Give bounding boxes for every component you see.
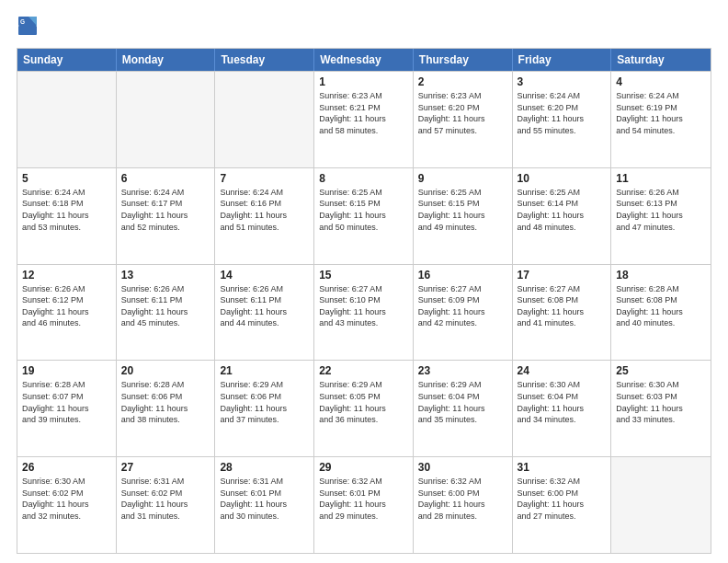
calendar-cell: 22Sunrise: 6:29 AM Sunset: 6:05 PM Dayli…: [314, 361, 414, 456]
day-number: 19: [22, 364, 111, 377]
calendar-cell: 11Sunrise: 6:26 AM Sunset: 6:13 PM Dayli…: [611, 168, 711, 264]
calendar: SundayMondayTuesdayWednesdayThursdayFrid…: [17, 48, 711, 554]
calendar-cell: 7Sunrise: 6:24 AM Sunset: 6:16 PM Daylig…: [215, 168, 314, 264]
weekday-header: Tuesday: [215, 49, 314, 71]
calendar-cell: 19Sunrise: 6:28 AM Sunset: 6:07 PM Dayli…: [17, 361, 117, 456]
day-number: 13: [121, 269, 210, 282]
calendar-cell: 1Sunrise: 6:23 AM Sunset: 6:21 PM Daylig…: [314, 72, 414, 167]
weekday-header: Friday: [513, 49, 612, 71]
day-number: 1: [319, 75, 408, 88]
day-info: Sunrise: 6:28 AM Sunset: 6:08 PM Dayligh…: [616, 283, 706, 329]
day-number: 14: [220, 269, 309, 282]
day-number: 5: [22, 172, 111, 185]
logo: G: [17, 17, 40, 39]
day-info: Sunrise: 6:30 AM Sunset: 6:02 PM Dayligh…: [22, 476, 111, 522]
calendar-row: 26Sunrise: 6:30 AM Sunset: 6:02 PM Dayli…: [17, 456, 711, 553]
calendar-row: 1Sunrise: 6:23 AM Sunset: 6:21 PM Daylig…: [17, 71, 711, 167]
svg-rect-3: [18, 26, 37, 35]
day-info: Sunrise: 6:24 AM Sunset: 6:16 PM Dayligh…: [220, 187, 309, 233]
calendar-row: 5Sunrise: 6:24 AM Sunset: 6:18 PM Daylig…: [17, 167, 711, 264]
day-info: Sunrise: 6:24 AM Sunset: 6:19 PM Dayligh…: [616, 90, 706, 136]
day-info: Sunrise: 6:23 AM Sunset: 6:20 PM Dayligh…: [418, 90, 507, 136]
calendar-row: 19Sunrise: 6:28 AM Sunset: 6:07 PM Dayli…: [17, 360, 711, 456]
day-info: Sunrise: 6:27 AM Sunset: 6:08 PM Dayligh…: [518, 283, 607, 329]
weekday-header: Monday: [117, 49, 216, 71]
day-info: Sunrise: 6:28 AM Sunset: 6:07 PM Dayligh…: [22, 379, 111, 425]
day-info: Sunrise: 6:25 AM Sunset: 6:15 PM Dayligh…: [418, 187, 507, 233]
calendar-cell: 4Sunrise: 6:24 AM Sunset: 6:19 PM Daylig…: [611, 72, 711, 167]
day-number: 2: [418, 75, 507, 88]
calendar-cell: 2Sunrise: 6:23 AM Sunset: 6:20 PM Daylig…: [414, 72, 513, 167]
calendar-cell: [117, 72, 216, 167]
calendar-cell: [215, 72, 314, 167]
calendar-cell: 12Sunrise: 6:26 AM Sunset: 6:12 PM Dayli…: [17, 265, 117, 361]
weekday-header: Wednesday: [314, 49, 414, 71]
calendar-header: SundayMondayTuesdayWednesdayThursdayFrid…: [17, 49, 711, 71]
day-number: 9: [418, 172, 507, 185]
day-info: Sunrise: 6:26 AM Sunset: 6:11 PM Dayligh…: [121, 283, 210, 329]
calendar-cell: 13Sunrise: 6:26 AM Sunset: 6:11 PM Dayli…: [117, 265, 216, 361]
day-info: Sunrise: 6:26 AM Sunset: 6:12 PM Dayligh…: [22, 283, 111, 329]
day-info: Sunrise: 6:26 AM Sunset: 6:11 PM Dayligh…: [220, 283, 309, 329]
calendar-cell: 10Sunrise: 6:25 AM Sunset: 6:14 PM Dayli…: [513, 168, 612, 264]
day-number: 6: [121, 172, 210, 185]
day-number: 29: [319, 461, 408, 474]
day-number: 15: [319, 269, 408, 282]
day-info: Sunrise: 6:25 AM Sunset: 6:14 PM Dayligh…: [518, 187, 607, 233]
day-number: 10: [518, 172, 607, 185]
day-number: 11: [616, 172, 706, 185]
day-info: Sunrise: 6:30 AM Sunset: 6:04 PM Dayligh…: [518, 379, 607, 425]
calendar-cell: 26Sunrise: 6:30 AM Sunset: 6:02 PM Dayli…: [17, 457, 117, 553]
calendar-cell: 17Sunrise: 6:27 AM Sunset: 6:08 PM Dayli…: [513, 265, 612, 361]
day-info: Sunrise: 6:29 AM Sunset: 6:04 PM Dayligh…: [418, 379, 507, 425]
day-number: 16: [418, 269, 507, 282]
calendar-cell: 6Sunrise: 6:24 AM Sunset: 6:17 PM Daylig…: [117, 168, 216, 264]
calendar-cell: 21Sunrise: 6:29 AM Sunset: 6:06 PM Dayli…: [215, 361, 314, 456]
calendar-cell: 27Sunrise: 6:31 AM Sunset: 6:02 PM Dayli…: [117, 457, 216, 553]
day-info: Sunrise: 6:24 AM Sunset: 6:17 PM Dayligh…: [121, 187, 210, 233]
calendar-cell: 18Sunrise: 6:28 AM Sunset: 6:08 PM Dayli…: [611, 265, 711, 361]
day-number: 17: [518, 269, 607, 282]
day-number: 31: [518, 461, 607, 474]
calendar-row: 12Sunrise: 6:26 AM Sunset: 6:12 PM Dayli…: [17, 264, 711, 361]
calendar-cell: 5Sunrise: 6:24 AM Sunset: 6:18 PM Daylig…: [17, 168, 117, 264]
day-number: 23: [418, 364, 507, 377]
day-info: Sunrise: 6:30 AM Sunset: 6:03 PM Dayligh…: [616, 379, 706, 425]
day-info: Sunrise: 6:31 AM Sunset: 6:01 PM Dayligh…: [220, 476, 309, 522]
day-number: 26: [22, 461, 111, 474]
day-number: 3: [518, 75, 607, 88]
calendar-cell: 25Sunrise: 6:30 AM Sunset: 6:03 PM Dayli…: [611, 361, 711, 456]
day-number: 20: [121, 364, 210, 377]
day-number: 18: [616, 269, 706, 282]
day-number: 30: [418, 461, 507, 474]
logo-icon: G: [18, 17, 37, 35]
day-info: Sunrise: 6:24 AM Sunset: 6:20 PM Dayligh…: [518, 90, 607, 136]
calendar-cell: 29Sunrise: 6:32 AM Sunset: 6:01 PM Dayli…: [314, 457, 414, 553]
day-info: Sunrise: 6:24 AM Sunset: 6:18 PM Dayligh…: [22, 187, 111, 233]
calendar-cell: 31Sunrise: 6:32 AM Sunset: 6:00 PM Dayli…: [513, 457, 612, 553]
day-info: Sunrise: 6:32 AM Sunset: 6:00 PM Dayligh…: [518, 476, 607, 522]
page-header: G: [17, 17, 711, 39]
day-info: Sunrise: 6:31 AM Sunset: 6:02 PM Dayligh…: [121, 476, 210, 522]
calendar-cell: 9Sunrise: 6:25 AM Sunset: 6:15 PM Daylig…: [414, 168, 513, 264]
day-info: Sunrise: 6:32 AM Sunset: 6:00 PM Dayligh…: [418, 476, 507, 522]
calendar-cell: [17, 72, 117, 167]
day-number: 7: [220, 172, 309, 185]
day-info: Sunrise: 6:27 AM Sunset: 6:10 PM Dayligh…: [319, 283, 408, 329]
calendar-cell: 14Sunrise: 6:26 AM Sunset: 6:11 PM Dayli…: [215, 265, 314, 361]
day-info: Sunrise: 6:29 AM Sunset: 6:06 PM Dayligh…: [220, 379, 309, 425]
weekday-header: Sunday: [17, 49, 117, 71]
day-number: 28: [220, 461, 309, 474]
day-number: 24: [518, 364, 607, 377]
day-number: 27: [121, 461, 210, 474]
calendar-cell: 28Sunrise: 6:31 AM Sunset: 6:01 PM Dayli…: [215, 457, 314, 553]
calendar-cell: [611, 457, 711, 553]
calendar-cell: 20Sunrise: 6:28 AM Sunset: 6:06 PM Dayli…: [117, 361, 216, 456]
calendar-cell: 24Sunrise: 6:30 AM Sunset: 6:04 PM Dayli…: [513, 361, 612, 456]
day-info: Sunrise: 6:32 AM Sunset: 6:01 PM Dayligh…: [319, 476, 408, 522]
day-number: 22: [319, 364, 408, 377]
svg-text:G: G: [20, 18, 25, 25]
day-info: Sunrise: 6:28 AM Sunset: 6:06 PM Dayligh…: [121, 379, 210, 425]
day-number: 4: [616, 75, 706, 88]
day-number: 8: [319, 172, 408, 185]
